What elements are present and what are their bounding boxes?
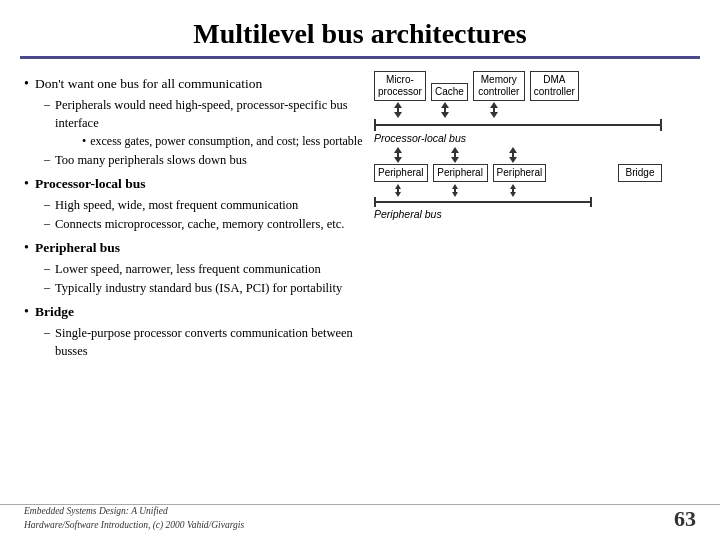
bullet-4-sub-1-text: Single-purpose processor converts commun… xyxy=(55,324,364,360)
bullet-2-sub-2-text: Connects microprocessor, cache, memory c… xyxy=(55,215,344,233)
bullet-dot-1: • xyxy=(24,74,29,94)
bullet-3-text: Peripheral bus xyxy=(35,238,120,258)
periph-bus-line xyxy=(374,201,592,203)
bullet-dot-2: • xyxy=(24,174,29,194)
page-number: 63 xyxy=(674,506,696,532)
bullet-3-sub-1: – Lower speed, narrower, less frequent c… xyxy=(44,260,364,278)
pb-arrow-3 xyxy=(487,183,539,197)
pa-down-2 xyxy=(451,157,459,163)
right-column: Micro-processor Cache Memorycontroller D… xyxy=(364,69,700,360)
dash-7: – xyxy=(44,324,50,341)
pb-arrow-1 xyxy=(374,183,422,197)
bullet-3-sub-1-text: Lower speed, narrower, less frequent com… xyxy=(55,260,321,278)
pba-down-3 xyxy=(510,192,516,197)
pa-down-3 xyxy=(509,157,517,163)
title-area: Multilevel bus architectures xyxy=(0,0,720,63)
periph-arrow-3 xyxy=(487,146,539,164)
bullet-2-sub-2: – Connects microprocessor, cache, memory… xyxy=(44,215,364,233)
arrow-down-2 xyxy=(441,112,449,118)
bullet-2-text: Processor-local bus xyxy=(35,174,146,194)
bullet-3: • Peripheral bus xyxy=(24,238,364,258)
slide: Multilevel bus architectures • Don't wan… xyxy=(0,0,720,540)
bullet-1-sub-sub: • excess gates, power consumption, and c… xyxy=(44,133,364,150)
cache-arrow xyxy=(427,101,463,119)
sub-sub-dot-1: • xyxy=(82,133,86,150)
top-arrows xyxy=(374,101,573,119)
proc-local-bus-container xyxy=(374,119,662,131)
top-boxes-row: Micro-processor Cache Memorycontroller D… xyxy=(374,71,579,101)
arrow-down-3 xyxy=(490,112,498,118)
bullet-1-sub-sub-1-text: excess gates, power consumption, and cos… xyxy=(90,133,362,150)
periph-bus-left-cap xyxy=(374,197,376,207)
pba-down-2 xyxy=(452,192,458,197)
bullet-1-sub-2-text: Too many peripherals slows down bus xyxy=(55,151,247,169)
pb-arrow-2 xyxy=(427,183,482,197)
dash-2: – xyxy=(44,151,50,168)
bullet-3-sub-2-text: Typically industry standard bus (ISA, PC… xyxy=(55,279,342,297)
dash-4: – xyxy=(44,215,50,232)
pba-down-1 xyxy=(395,192,401,197)
cache-box: Cache xyxy=(431,83,468,101)
bullet-dot-3: • xyxy=(24,238,29,258)
footer-left: Embedded Systems Design: A Unified Hardw… xyxy=(24,505,244,532)
dma-controller-box: DMAcontroller xyxy=(530,71,579,101)
micro-arrow xyxy=(374,101,422,119)
pa-down-1 xyxy=(394,157,402,163)
memory-arrow xyxy=(468,101,520,119)
proc-bus-label: Processor-local bus xyxy=(374,132,466,144)
bullet-4-sub: – Single-purpose processor converts comm… xyxy=(24,324,364,360)
peripheral-box-1: Peripheral xyxy=(374,164,428,182)
bullet-4: • Bridge xyxy=(24,302,364,322)
dash-5: – xyxy=(44,260,50,277)
peripheral-arrows-row xyxy=(374,146,662,164)
periph-bus-arrows xyxy=(374,183,589,197)
bullet-1-sub-2: – Too many peripherals slows down bus xyxy=(44,151,364,169)
periph-bus-right-cap xyxy=(590,197,592,207)
bridge-box: Bridge xyxy=(618,164,662,182)
periph-bus-container xyxy=(374,197,592,207)
microprocessor-box: Micro-processor xyxy=(374,71,426,101)
bullet-1-text: Don't want one bus for all communication xyxy=(35,74,262,94)
left-column: • Don't want one bus for all communicati… xyxy=(24,69,364,360)
title-underline xyxy=(20,56,700,59)
bullet-2: • Processor-local bus xyxy=(24,174,364,194)
dash-3: – xyxy=(44,196,50,213)
periph-arrow-1 xyxy=(374,146,422,164)
bullet-3-sub: – Lower speed, narrower, less frequent c… xyxy=(24,260,364,297)
footer-line2: Hardware/Software Introduction, (c) 2000… xyxy=(24,519,244,532)
dash-6: – xyxy=(44,279,50,296)
diagram: Micro-processor Cache Memorycontroller D… xyxy=(374,71,700,220)
peripheral-boxes-row: Peripheral Peripheral Peripheral Bridge xyxy=(374,164,662,182)
bullet-4-sub-1: – Single-purpose processor converts comm… xyxy=(44,324,364,360)
bullet-1-sub-1: – Peripherals would need high-speed, pro… xyxy=(44,96,364,132)
peripheral-box-3: Peripheral xyxy=(493,164,547,182)
bullet-4-text: Bridge xyxy=(35,302,74,322)
memory-controller-box: Memorycontroller xyxy=(473,71,525,101)
content-area: • Don't want one bus for all communicati… xyxy=(0,63,720,360)
periph-arrow-2 xyxy=(427,146,482,164)
dash-1: – xyxy=(44,96,50,113)
bullet-2-sub-1-text: High speed, wide, most frequent communic… xyxy=(55,196,298,214)
footer: Embedded Systems Design: A Unified Hardw… xyxy=(0,504,720,532)
bullet-dot-4: • xyxy=(24,302,29,322)
proc-bus-left-cap xyxy=(374,119,376,131)
proc-bus-right-cap xyxy=(660,119,662,131)
page-title: Multilevel bus architectures xyxy=(0,18,720,50)
bullet-1-sub-sub-1: • excess gates, power consumption, and c… xyxy=(82,133,364,150)
footer-line1: Embedded Systems Design: A Unified xyxy=(24,505,244,518)
bullet-2-sub-1: – High speed, wide, most frequent commun… xyxy=(44,196,364,214)
bullet-3-sub-2: – Typically industry standard bus (ISA, … xyxy=(44,279,364,297)
peripheral-box-2: Peripheral xyxy=(433,164,488,182)
proc-bus-line xyxy=(374,124,662,126)
periph-bus-label: Peripheral bus xyxy=(374,208,442,220)
bullet-1-sub-1-text: Peripherals would need high-speed, proce… xyxy=(55,96,364,132)
arrow-down-1 xyxy=(394,112,402,118)
bullet-1: • Don't want one bus for all communicati… xyxy=(24,74,364,94)
bullet-1-sub: – Peripherals would need high-speed, pro… xyxy=(24,96,364,170)
bullet-2-sub: – High speed, wide, most frequent commun… xyxy=(24,196,364,233)
